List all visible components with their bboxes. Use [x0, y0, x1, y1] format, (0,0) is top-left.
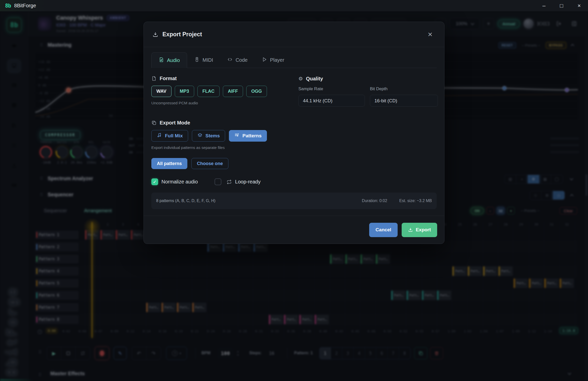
sample-rate-select[interactable]: 44.1 kHz (CD)	[298, 95, 365, 107]
quality-heading: Quality	[306, 76, 323, 82]
pattern-list-icon	[234, 133, 240, 139]
app-logo: 8b	[5, 3, 11, 9]
titlebar-brand: 8b 8BitForge	[0, 0, 46, 11]
app-title: 8BitForge	[14, 3, 36, 9]
summary-patterns: 8 patterns (A, B, C, D, E, F, G, H)	[156, 199, 216, 203]
export-button-label: Export	[416, 227, 431, 233]
music-note-icon	[157, 133, 162, 139]
tab-player[interactable]: Player	[255, 52, 291, 68]
mode-option-patterns[interactable]: Patterns	[229, 130, 267, 142]
format-option-aiff[interactable]: AIFF	[223, 86, 243, 97]
format-section: Format WAVMP3FLACAIFFOGG Uncompressed PC…	[151, 76, 267, 105]
download-icon	[408, 227, 413, 232]
audio-file-icon	[159, 57, 164, 64]
scope-option-all-patterns[interactable]: All patterns	[151, 158, 187, 169]
modal-header: Export Project ×	[144, 22, 444, 47]
format-option-mp3[interactable]: MP3	[175, 86, 194, 97]
tab-audio[interactable]: Audio	[151, 52, 187, 68]
cancel-button[interactable]: Cancel	[369, 223, 398, 237]
normalize-checkbox[interactable]: ✓	[151, 178, 158, 185]
export-project-modal: Export Project × AudioMIDICodePlayer For…	[144, 22, 444, 244]
format-description: Uncompressed PCM audio	[151, 101, 267, 105]
gear-icon: ⚙	[298, 76, 303, 82]
loop-ready-checkbox[interactable]	[215, 178, 221, 185]
maximize-button[interactable]: □	[553, 0, 570, 11]
normalize-label: Normalize audio	[161, 179, 198, 185]
modal-tabbar: AudioMIDICodePlayer	[151, 52, 437, 68]
midi-device-icon	[194, 57, 200, 64]
mode-option-stems[interactable]: Stems	[192, 130, 225, 142]
code-icon	[227, 57, 233, 64]
player-icon	[262, 57, 267, 64]
repeat-icon	[226, 179, 232, 185]
bit-depth-label: Bit Depth	[370, 86, 438, 91]
copy-icon	[151, 120, 157, 125]
minimize-button[interactable]: –	[535, 0, 553, 11]
tab-label: Code	[235, 57, 248, 63]
export-mode-section: Export Mode Full MixStemsPatterns Export…	[151, 120, 267, 169]
format-heading: Format	[160, 76, 177, 81]
layers-icon	[197, 133, 203, 139]
mode-option-full-mix[interactable]: Full Mix	[151, 130, 188, 142]
download-icon	[152, 31, 158, 38]
quality-section: ⚙ Quality Sample Rate 44.1 kHz (CD) Bit …	[298, 76, 438, 107]
file-icon	[151, 76, 157, 81]
titlebar: 8b 8BitForge – □ ×	[0, 0, 588, 11]
tab-midi[interactable]: MIDI	[187, 52, 220, 68]
mode-label: Patterns	[243, 133, 262, 139]
modal-title: Export Project	[162, 31, 202, 38]
tab-label: Player	[270, 57, 284, 63]
app-window: 8b 8BitForge – □ × 8b 8bitForge Canopy W…	[0, 0, 588, 381]
format-option-wav[interactable]: WAV	[151, 86, 171, 97]
tab-label: Audio	[167, 57, 180, 63]
tab-code[interactable]: Code	[220, 52, 255, 68]
tab-label: MIDI	[202, 57, 213, 63]
format-option-flac[interactable]: FLAC	[197, 86, 220, 97]
mode-label: Stems	[205, 133, 220, 139]
summary-duration: Duration: 0:02	[362, 199, 387, 203]
sample-rate-label: Sample Rate	[298, 86, 365, 91]
loop-ready-label: Loop-ready	[235, 179, 261, 185]
export-button[interactable]: Export	[402, 223, 437, 237]
format-option-ogg[interactable]: OGG	[246, 86, 267, 97]
export-mode-description: Export individual patterns as separate f…	[151, 145, 267, 150]
modal-footer: Cancel Export	[144, 216, 444, 244]
summary-size: Est. size: ~3.2 MB	[399, 199, 432, 203]
mode-label: Full Mix	[165, 133, 183, 139]
export-mode-heading: Export Mode	[160, 120, 190, 126]
export-summary: 8 patterns (A, B, C, D, E, F, G, H) Dura…	[151, 193, 437, 209]
bit-depth-select[interactable]: 16-bit (CD)	[370, 95, 438, 107]
close-modal-button[interactable]: ×	[425, 29, 436, 40]
options-row: ✓ Normalize audio Loop-ready	[151, 178, 261, 185]
scope-option-choose-one[interactable]: Choose one	[191, 158, 228, 169]
close-window-button[interactable]: ×	[570, 0, 588, 11]
